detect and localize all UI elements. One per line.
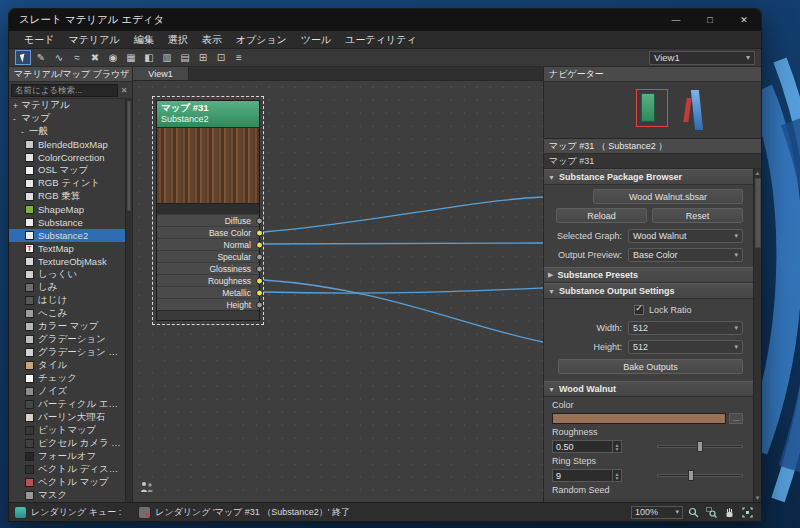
expander-icon[interactable]: - bbox=[13, 114, 21, 124]
browser-panel-header[interactable]: マテリアル/マップ ブラウザ bbox=[9, 67, 132, 82]
browser-item-ColorCorrection[interactable]: ColorCorrection bbox=[9, 151, 125, 164]
browser-item-カラー マップ[interactable]: カラー マップ bbox=[9, 320, 125, 333]
browser-item-ベクトル ディスプレイ...[interactable]: ベクトル ディスプレイ... bbox=[9, 463, 125, 476]
browser-item-タイル[interactable]: タイル bbox=[9, 359, 125, 372]
delete-selected-icon[interactable]: ✖ bbox=[87, 50, 103, 65]
substance2-node[interactable]: マップ #31 Substance2 DiffuseBase ColorNorm… bbox=[156, 100, 260, 321]
reset-button[interactable]: Reset bbox=[652, 208, 743, 223]
show-shaded-material-icon[interactable]: ▦ bbox=[123, 50, 139, 65]
search-input[interactable] bbox=[11, 84, 118, 97]
clear-search-icon[interactable]: ✕ bbox=[118, 86, 130, 95]
spinner-arrows-icon[interactable]: ▲▼ bbox=[612, 441, 621, 452]
spinner-arrows-icon[interactable]: ▲▼ bbox=[612, 470, 621, 481]
roughness-spinner[interactable]: 0.50 ▲▼ bbox=[552, 440, 622, 453]
menu-item-編集[interactable]: 編集 bbox=[127, 31, 161, 49]
browser-item-ビットマップ[interactable]: ビットマップ bbox=[9, 424, 125, 437]
tab-view1[interactable]: View1 bbox=[133, 67, 189, 80]
browser-item-BlendedBoxMap[interactable]: BlendedBoxMap bbox=[9, 138, 125, 151]
minimize-button[interactable]: — bbox=[659, 9, 693, 31]
expander-icon[interactable]: - bbox=[21, 127, 29, 137]
map-name-row[interactable]: マップ #31 bbox=[544, 154, 761, 169]
browser-item-グラデーション[interactable]: グラデーション bbox=[9, 333, 125, 346]
browser-item-チェック[interactable]: チェック bbox=[9, 372, 125, 385]
slider-handle[interactable] bbox=[688, 470, 694, 481]
pencil-tool-icon[interactable]: ✎ bbox=[33, 50, 49, 65]
select-tool-icon[interactable] bbox=[15, 50, 31, 65]
slot-socket-Roughness[interactable] bbox=[256, 277, 263, 284]
menu-item-オプション[interactable]: オプション bbox=[229, 31, 294, 49]
slot-socket-Metallic[interactable] bbox=[256, 289, 263, 296]
browser-item-パーリン大理石[interactable]: パーリン大理石 bbox=[9, 411, 125, 424]
lock-ratio-checkbox[interactable]: ✓ bbox=[634, 305, 644, 315]
menu-item-モード[interactable]: モード bbox=[17, 31, 61, 49]
zoom-tool-icon[interactable] bbox=[686, 505, 701, 519]
straight-wires-toggle-icon[interactable]: ≈ bbox=[69, 50, 85, 65]
browser-item-ノイズ[interactable]: ノイズ bbox=[9, 385, 125, 398]
title-bar[interactable]: スレート マテリアル エディタ — □ ✕ bbox=[9, 9, 761, 31]
menu-item-マテリアル[interactable]: マテリアル bbox=[61, 31, 126, 49]
tree-group-一般[interactable]: -一般 bbox=[9, 125, 125, 138]
show-end-result-icon[interactable]: ◧ bbox=[141, 50, 157, 65]
bake-outputs-button[interactable]: Bake Outputs bbox=[558, 359, 743, 374]
scrollbar-thumb[interactable] bbox=[755, 178, 761, 248]
rollout-header-package-browser[interactable]: ▼ Substance Package Browser bbox=[544, 169, 753, 185]
scroll-down-icon[interactable]: ▼ bbox=[755, 494, 761, 502]
view-selector-dropdown[interactable]: View1 ▾ bbox=[649, 51, 755, 65]
slot-socket-Normal[interactable] bbox=[256, 241, 263, 248]
sbsar-file-button[interactable]: Wood Walnut.sbsar bbox=[593, 189, 743, 204]
browser-item-OSL マップ[interactable]: OSL マップ bbox=[9, 164, 125, 177]
zoom-region-icon[interactable] bbox=[704, 505, 719, 519]
zoom-level-dropdown[interactable]: 100% ▾ bbox=[631, 506, 683, 519]
slot-socket-Diffuse[interactable] bbox=[256, 217, 263, 224]
scroll-up-icon[interactable]: ▲ bbox=[755, 169, 761, 177]
node-canvas[interactable]: マップ #31 Substance2 DiffuseBase ColorNorm… bbox=[133, 81, 543, 502]
close-button[interactable]: ✕ bbox=[727, 9, 761, 31]
output-preview-dropdown[interactable]: Base Color ▾ bbox=[628, 248, 743, 262]
selected-graph-dropdown[interactable]: Wood Walnut ▾ bbox=[628, 229, 743, 243]
browser-item-へこみ[interactable]: へこみ bbox=[9, 307, 125, 320]
browser-item-フォールオフ[interactable]: フォールオフ bbox=[9, 450, 125, 463]
slot-socket-Glossiness[interactable] bbox=[256, 265, 263, 272]
browser-item-Substance2[interactable]: Substance2 bbox=[9, 229, 125, 242]
menu-item-選択[interactable]: 選択 bbox=[161, 31, 195, 49]
editor-options-icon[interactable]: ≡ bbox=[231, 50, 247, 65]
parameter-panel-header[interactable]: マップ #31 （ Substance2 ） bbox=[544, 139, 761, 154]
menu-item-ツール[interactable]: ツール bbox=[294, 31, 338, 49]
auto-layout-vertical-icon[interactable]: ▥ bbox=[159, 50, 175, 65]
browser-item-パーティクル エージ[interactable]: パーティクル エージ bbox=[9, 398, 125, 411]
color-options-button[interactable]: … bbox=[729, 413, 743, 424]
params-scroll-area[interactable]: ▼ Substance Package Browser Wood Walnut.… bbox=[544, 169, 753, 502]
layout-children-icon[interactable]: ⊞ bbox=[195, 50, 211, 65]
navigator-panel-header[interactable]: ナビゲーター bbox=[544, 67, 761, 82]
browser-item-ShapeMap[interactable]: ShapeMap bbox=[9, 203, 125, 216]
slot-socket-Base Color[interactable] bbox=[256, 229, 263, 236]
navigator-preview[interactable] bbox=[544, 82, 761, 138]
browser-item-TextureObjMask[interactable]: TextureObjMask bbox=[9, 255, 125, 268]
slider-handle[interactable] bbox=[697, 441, 703, 452]
ring-steps-slider[interactable] bbox=[657, 469, 743, 482]
browser-item-はじけ[interactable]: はじけ bbox=[9, 294, 125, 307]
roughness-slider[interactable] bbox=[657, 440, 743, 453]
browser-item-マスク[interactable]: マスク bbox=[9, 489, 125, 502]
material-preview-icon[interactable]: ◉ bbox=[105, 50, 121, 65]
params-scrollbar[interactable]: ▲ ▼ bbox=[753, 169, 761, 502]
browser-item-ベクトル マップ[interactable]: ベクトル マップ bbox=[9, 476, 125, 489]
browser-item-しっくい[interactable]: しっくい bbox=[9, 268, 125, 281]
slot-socket-Specular[interactable] bbox=[256, 253, 263, 260]
browser-item-TextMap[interactable]: TTextMap bbox=[9, 242, 125, 255]
browser-item-RGB 乗算[interactable]: RGB 乗算 bbox=[9, 190, 125, 203]
rollout-header-output-settings[interactable]: ▼ Substance Output Settings bbox=[544, 283, 753, 299]
pan-people-icon[interactable] bbox=[139, 479, 155, 497]
browser-item-グラデーション ランプ[interactable]: グラデーション ランプ bbox=[9, 346, 125, 359]
browser-scrollbar[interactable] bbox=[125, 99, 132, 502]
reload-button[interactable]: Reload bbox=[556, 208, 647, 223]
zoom-extents-icon[interactable] bbox=[740, 505, 755, 519]
slot-socket-Height[interactable] bbox=[256, 301, 263, 308]
browser-item-しみ[interactable]: しみ bbox=[9, 281, 125, 294]
color-swatch[interactable] bbox=[552, 413, 726, 424]
ring-steps-spinner[interactable]: 9 ▲▼ bbox=[552, 469, 622, 482]
width-dropdown[interactable]: 512 ▾ bbox=[628, 321, 743, 335]
tree-group-マテリアル[interactable]: +マテリアル bbox=[9, 99, 125, 112]
browser-item-ピクセル カメラ マップ[interactable]: ピクセル カメラ マップ bbox=[9, 437, 125, 450]
height-dropdown[interactable]: 512 ▾ bbox=[628, 340, 743, 354]
